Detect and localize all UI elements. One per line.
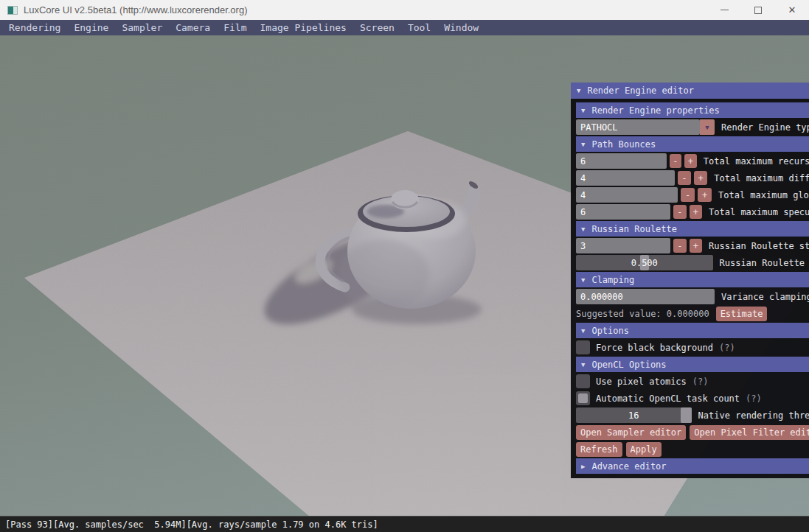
bounce-label: Total maximum specular: [709, 207, 809, 217]
increment-button[interactable]: +: [698, 188, 712, 202]
checkbox-label: Automatic OpenCL task count: [596, 393, 740, 404]
bounce-label: Total maximum diffuse: [714, 173, 809, 183]
native-threads-slider[interactable]: 16: [576, 407, 692, 423]
bounce-input[interactable]: 4: [576, 187, 678, 203]
bounce-input[interactable]: 6: [576, 204, 670, 220]
collapse-triangle-icon: ▼: [581, 361, 585, 368]
refresh-apply-row: Refresh Apply: [576, 441, 809, 457]
bounce-label: Total maximum recursion: [704, 156, 809, 167]
bounce-label: Total maximum glossy: [718, 190, 809, 200]
bounce-input[interactable]: 6: [576, 153, 667, 169]
panel-title-text: Render Engine editor: [587, 85, 694, 96]
rr-cap-label: Russian Roulette imp: [720, 258, 809, 268]
rr-cap-slider[interactable]: 0.500: [576, 255, 713, 270]
variance-clamping-row: 0.000000 Variance clamping: [576, 289, 809, 304]
force-black-background-checkbox[interactable]: [576, 340, 590, 354]
menu-tool[interactable]: Tool: [408, 22, 431, 33]
use-pixel-atomics-checkbox[interactable]: [576, 374, 590, 388]
editor-buttons-row: Open Sampler editor Open Pixel Filter ed…: [576, 424, 809, 440]
increment-button[interactable]: +: [690, 205, 703, 219]
collapse-right-triangle-icon: ▶: [581, 463, 585, 470]
header-opencl-options[interactable]: ▼ OpenCL Options: [576, 357, 809, 372]
native-threads-row: 16 Native rendering threads: [576, 407, 809, 423]
decrement-button[interactable]: -: [670, 154, 682, 168]
variance-clamping-label: Variance clamping: [721, 292, 809, 302]
rr-depth-label: Russian Roulette start: [709, 241, 809, 251]
close-button[interactable]: ✕: [775, 0, 809, 20]
bounce-row-total: 6 - + Total maximum recursion: [576, 153, 809, 169]
auto-task-count-row: Automatic OpenCL task count (?): [576, 391, 809, 406]
engine-type-value: PATHOCL: [576, 119, 700, 135]
menu-image-pipelines[interactable]: Image Pipelines: [260, 22, 347, 33]
increment-button[interactable]: +: [684, 154, 697, 168]
panel-titlebar[interactable]: ▼ Render Engine editor: [571, 83, 809, 99]
help-icon[interactable]: (?): [719, 343, 735, 353]
maximize-button[interactable]: [741, 0, 775, 20]
collapse-triangle-icon: ▼: [581, 276, 585, 284]
app-icon: [7, 6, 18, 15]
decrement-button[interactable]: -: [678, 171, 691, 185]
open-sampler-editor-button[interactable]: Open Sampler editor: [576, 425, 686, 440]
maximize-icon: [754, 7, 762, 14]
help-icon[interactable]: (?): [692, 377, 709, 387]
suggested-value-row: Suggested value: 0.000000 Estimate: [576, 306, 809, 321]
menu-camera[interactable]: Camera: [176, 22, 210, 33]
status-bar: [Pass 93][Avg. samples/sec 5.94M][Avg. r…: [0, 516, 809, 532]
render-engine-editor-panel: ▼ Render Engine editor ▼ Render Engine p…: [571, 83, 809, 478]
menu-bar: Rendering Engine Sampler Camera Film Ima…: [0, 20, 809, 35]
menu-engine[interactable]: Engine: [74, 22, 108, 33]
native-threads-label: Native rendering threads: [698, 410, 809, 421]
minimize-button[interactable]: [707, 0, 741, 20]
rr-cap-value: 0.500: [631, 258, 658, 268]
header-options[interactable]: ▼ Options: [576, 323, 809, 338]
rr-depth-input[interactable]: 3: [576, 238, 670, 253]
minimize-icon: [721, 10, 729, 10]
bounce-row-glossy: 4 - + Total maximum glossy: [576, 187, 809, 203]
menu-window[interactable]: Window: [444, 22, 479, 33]
menu-screen[interactable]: Screen: [360, 22, 395, 33]
apply-button[interactable]: Apply: [626, 442, 662, 457]
bounce-row-diffuse: 4 - + Total maximum diffuse: [576, 170, 809, 186]
rr-depth-row: 3 - + Russian Roulette start: [576, 238, 809, 253]
header-russian-roulette[interactable]: ▼ Russian Roulette: [576, 221, 809, 237]
open-pixel-filter-editor-button[interactable]: Open Pixel Filter editor: [690, 425, 809, 440]
menu-film[interactable]: Film: [223, 22, 246, 33]
force-black-background-row: Force black background (?): [576, 340, 809, 355]
variance-clamping-input[interactable]: 0.000000: [576, 289, 715, 304]
engine-type-row: PATHOCL ▼ Render Engine type: [576, 119, 809, 135]
combo-dropdown-button[interactable]: ▼: [700, 119, 715, 135]
refresh-button[interactable]: Refresh: [576, 442, 622, 457]
rr-cap-row: 0.500 Russian Roulette imp: [576, 255, 809, 270]
collapse-triangle-icon: ▼: [581, 141, 585, 148]
checkbox-label: Use pixel atomics: [596, 377, 687, 387]
render-stats-text: [Pass 93][Avg. samples/sec 5.94M][Avg. r…: [5, 519, 378, 530]
slider-grab[interactable]: [681, 407, 692, 423]
menu-sampler[interactable]: Sampler: [122, 22, 162, 33]
decrement-button[interactable]: -: [673, 205, 687, 219]
header-path-bounces[interactable]: ▼ Path Bounces: [576, 136, 809, 152]
header-clamping[interactable]: ▼ Clamping: [576, 272, 809, 287]
header-render-engine-properties[interactable]: ▼ Render Engine properties: [576, 102, 809, 118]
bounce-input[interactable]: 4: [576, 170, 675, 186]
help-icon[interactable]: (?): [746, 393, 762, 404]
suggested-value-text: Suggested value: 0.000000: [576, 309, 709, 319]
collapse-triangle-icon: ▼: [577, 87, 580, 94]
use-pixel-atomics-row: Use pixel atomics (?): [576, 374, 809, 389]
estimate-button[interactable]: Estimate: [716, 307, 768, 321]
decrement-button[interactable]: -: [673, 239, 687, 253]
engine-type-label: Render Engine type: [721, 122, 809, 133]
checkbox-label: Force black background: [596, 343, 713, 353]
increment-button[interactable]: +: [694, 171, 707, 185]
collapse-triangle-icon: ▼: [581, 107, 585, 114]
auto-task-count-checkbox[interactable]: [576, 391, 590, 405]
titlebar: LuxCore UI v2.5beta1 (http://www.luxcore…: [0, 0, 809, 20]
luxcore-ui-window: LuxCore UI v2.5beta1 (http://www.luxcore…: [0, 0, 809, 532]
increment-button[interactable]: +: [690, 239, 703, 253]
close-icon: ✕: [788, 4, 796, 15]
native-threads-value: 16: [628, 410, 639, 421]
decrement-button[interactable]: -: [681, 188, 695, 202]
menu-rendering[interactable]: Rendering: [9, 22, 60, 33]
engine-type-combo[interactable]: PATHOCL ▼: [576, 119, 715, 135]
bounce-row-specular: 6 - + Total maximum specular: [576, 204, 809, 220]
header-advance-editor[interactable]: ▶ Advance editor: [576, 458, 809, 474]
